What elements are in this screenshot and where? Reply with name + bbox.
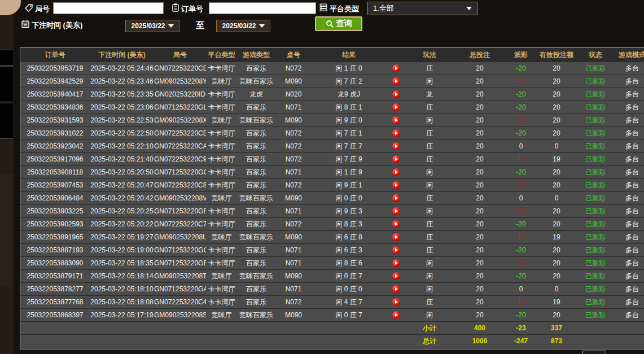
date-from-picker[interactable]: 2025/03/22: [125, 20, 179, 32]
play-triangle: [395, 106, 398, 109]
cell-total-bet: 20: [453, 127, 507, 140]
play-icon[interactable]: [392, 142, 400, 150]
cell-play-type: 庄: [406, 153, 453, 166]
cell-play-type: 闲: [406, 75, 453, 88]
cell-status: 已派彩: [578, 166, 613, 179]
cell-payout: -20: [507, 127, 535, 140]
play-icon[interactable]: [392, 259, 400, 267]
rail-tab-1[interactable]: [0, 50, 13, 65]
play-triangle: [395, 313, 398, 317]
play-icon[interactable]: [392, 272, 400, 280]
header-order-no: 订单号: [20, 48, 90, 62]
cell-order-no: 250322053931593: [20, 114, 90, 127]
cell-game-type: 竞咪百家乐: [237, 270, 275, 283]
cell-platform: 卡卡湾厅: [206, 166, 237, 179]
cell-table-no: [275, 335, 312, 348]
date-to-picker[interactable]: 2025/03/22: [216, 20, 270, 32]
cell-valid-bet: 19: [535, 231, 578, 244]
play-icon[interactable]: [392, 155, 400, 163]
cell-total-bet: 1000: [453, 335, 507, 348]
play-icon[interactable]: [392, 194, 400, 202]
table-row: 2503220539348362025-03-22 05:23:06GN0712…: [20, 101, 644, 114]
play-icon[interactable]: [392, 220, 400, 228]
cell-valid-bet: 20: [535, 88, 578, 101]
cell-play-type: 庄: [406, 140, 453, 153]
game-no-input[interactable]: [53, 2, 164, 14]
cell-order-no: 250322053891965: [20, 231, 90, 244]
cell-order-no: 250322053887193: [20, 244, 90, 257]
cell-result: 龙9 虎J: [312, 88, 386, 101]
cell-table-no: N072: [275, 153, 312, 166]
cell-payout: -20: [507, 166, 535, 179]
cell-table-no: N072: [275, 296, 312, 309]
cell-platform: 卡卡湾厅: [206, 140, 237, 153]
cell-valid-bet: 19: [535, 153, 578, 166]
play-icon[interactable]: [392, 207, 400, 215]
header-status: 状态: [578, 48, 613, 62]
cell-result: 闲 0 庄 0: [312, 283, 386, 296]
cell-game-type: 百家乐: [237, 127, 275, 140]
cell-bet-time: 2025-03-22 05:19:00: [90, 244, 154, 257]
cell-mode: 多台: [613, 62, 644, 75]
play-icon[interactable]: [392, 129, 400, 137]
rail-tab-2[interactable]: [0, 66, 13, 102]
play-icon[interactable]: [392, 285, 400, 293]
order-no-input[interactable]: [209, 2, 316, 14]
cell-table-no: N072: [275, 127, 312, 140]
cell-payout: -20: [507, 270, 535, 283]
play-icon[interactable]: [392, 103, 400, 111]
cell-table-no: M090: [275, 270, 312, 283]
cell-game-no: GN072253220C4: [154, 296, 206, 309]
platform-type-value: 1.全部: [373, 3, 394, 14]
platform-type-select[interactable]: 1.全部: [367, 2, 477, 15]
cell-result: 闲 0 庄 7: [312, 309, 386, 322]
play-icon[interactable]: [392, 181, 400, 189]
cell-play-type: 庄: [406, 62, 453, 75]
cell-order-no: [20, 335, 90, 348]
play-icon[interactable]: [392, 246, 400, 254]
cell-game-type: 竞咪百家乐: [237, 309, 275, 322]
cell-total-bet: 20: [453, 166, 507, 179]
cell-game-type: 龙虎: [237, 88, 275, 101]
cell-order-no: 250322053883090: [20, 257, 90, 270]
cell-table-no: M090: [275, 75, 312, 88]
cell-result: 闲 6 庄 3: [312, 244, 386, 257]
caret-down-icon: [466, 7, 472, 10]
play-icon[interactable]: [392, 298, 400, 306]
play-icon[interactable]: [392, 311, 400, 319]
header-mode: 游戏模式: [613, 48, 644, 62]
cell-status: 已派彩: [578, 257, 613, 270]
cell-payout: 20: [507, 75, 535, 88]
cell-game-type: 竞咪百家乐: [237, 114, 275, 127]
cell-bet-time: 2025-03-22 05:18:14: [90, 270, 154, 283]
bet-time-label: 下注时间 (美东): [32, 19, 82, 32]
cell-play: [386, 101, 406, 114]
cell-game-no: [154, 335, 206, 348]
play-icon[interactable]: [392, 116, 400, 124]
cell-payout: 20: [507, 257, 535, 270]
play-icon[interactable]: [392, 77, 400, 85]
cell-mode: 多台: [613, 153, 644, 166]
cell-play: [386, 270, 406, 283]
cell-order-no: 250322053907453: [20, 179, 90, 192]
cell-game-no: GM0902532208V: [154, 192, 206, 205]
cell-payout: 19: [507, 296, 535, 309]
play-triangle: [395, 132, 398, 135]
play-icon[interactable]: [392, 168, 400, 176]
cell-payout: -20: [507, 244, 535, 257]
play-icon[interactable]: [392, 233, 400, 241]
query-button[interactable]: 查询: [315, 16, 362, 31]
pagination-box[interactable]: [582, 351, 606, 354]
play-icon[interactable]: [392, 90, 400, 98]
play-triangle: [395, 287, 398, 291]
play-icon[interactable]: [392, 64, 400, 72]
table-row: 2503220539032252025-03-22 05:20:25GN0712…: [20, 205, 644, 218]
cell-game-no: GN071253220GA: [154, 283, 206, 296]
rail-tab-3[interactable]: [0, 103, 13, 139]
cell-play: [386, 62, 406, 75]
cell-valid-bet: 0: [535, 192, 578, 205]
cell-game-type: 百家乐: [237, 140, 275, 153]
cell-bet-time: 2025-03-22 05:20:25: [90, 205, 154, 218]
play-triangle: [395, 93, 398, 96]
subtotal-row: 小计400-23337: [20, 322, 644, 335]
